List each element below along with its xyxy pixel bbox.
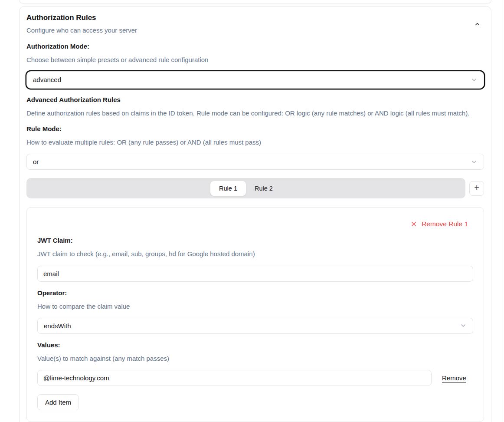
remove-rule-row: Remove Rule 1 bbox=[37, 220, 473, 228]
authorization-mode-label: Authorization Mode: bbox=[26, 43, 484, 50]
rule-mode-value: or bbox=[33, 158, 39, 165]
collapse-section-button[interactable] bbox=[473, 20, 481, 28]
operator-description: How to compare the claim value bbox=[37, 302, 473, 311]
page-container-edge bbox=[502, 0, 502, 422]
values-description: Value(s) to match against (any match pas… bbox=[37, 354, 473, 363]
tab-rule-2[interactable]: Rule 2 bbox=[246, 181, 281, 196]
rule-tabs-row: Rule 1 Rule 2 + bbox=[26, 178, 484, 198]
x-icon bbox=[410, 221, 417, 227]
jwt-claim-description: JWT claim to check (e.g., email, sub, gr… bbox=[37, 250, 473, 258]
values-label: Values: bbox=[37, 341, 473, 349]
remove-rule-label: Remove Rule 1 bbox=[422, 220, 468, 228]
card-heading-block: Authorization Rules Configure who can ac… bbox=[26, 13, 137, 35]
authorization-mode-select[interactable]: advanced bbox=[26, 71, 484, 89]
value-item-row: Remove bbox=[37, 370, 473, 386]
chevron-up-icon bbox=[474, 21, 481, 27]
remove-rule-button[interactable]: Remove Rule 1 bbox=[410, 220, 468, 228]
rule-mode-description: How to evaluate multiple rules: OR (any … bbox=[26, 138, 484, 147]
remove-value-link[interactable]: Remove bbox=[442, 374, 466, 382]
add-rule-button[interactable]: + bbox=[469, 181, 484, 196]
plus-icon: + bbox=[474, 183, 479, 192]
operator-select[interactable]: endsWith bbox=[37, 318, 473, 334]
operator-label: Operator: bbox=[37, 289, 473, 297]
authorization-mode-description: Choose between simple presets or advance… bbox=[26, 56, 484, 64]
chevron-down-icon bbox=[471, 76, 478, 83]
authorization-mode-value: advanced bbox=[33, 76, 61, 83]
card-header: Authorization Rules Configure who can ac… bbox=[26, 13, 484, 35]
add-item-button[interactable]: Add Item bbox=[37, 394, 79, 410]
jwt-claim-label: JWT Claim: bbox=[37, 237, 473, 244]
rule-mode-label: Rule Mode: bbox=[26, 125, 484, 132]
chevron-down-icon bbox=[460, 322, 467, 329]
rule-tabbar: Rule 1 Rule 2 bbox=[26, 178, 465, 198]
advanced-rules-description: Define authorization rules based on clai… bbox=[26, 109, 484, 118]
authorization-rules-card: Authorization Rules Configure who can ac… bbox=[19, 6, 491, 422]
value-input[interactable] bbox=[37, 370, 432, 386]
card-subtitle: Configure who can access your server bbox=[26, 26, 137, 35]
rule-mode-select[interactable]: or bbox=[26, 154, 484, 170]
jwt-claim-input[interactable] bbox=[37, 266, 473, 282]
chevron-down-icon bbox=[471, 158, 478, 165]
operator-value: endsWith bbox=[44, 322, 71, 330]
previous-card-edge bbox=[19, 0, 491, 3]
tab-rule-1[interactable]: Rule 1 bbox=[210, 181, 246, 196]
rule-1-panel: Remove Rule 1 JWT Claim: JWT claim to ch… bbox=[26, 207, 484, 422]
page-title: Authorization Rules bbox=[26, 13, 137, 22]
advanced-rules-title: Advanced Authorization Rules bbox=[26, 96, 484, 103]
